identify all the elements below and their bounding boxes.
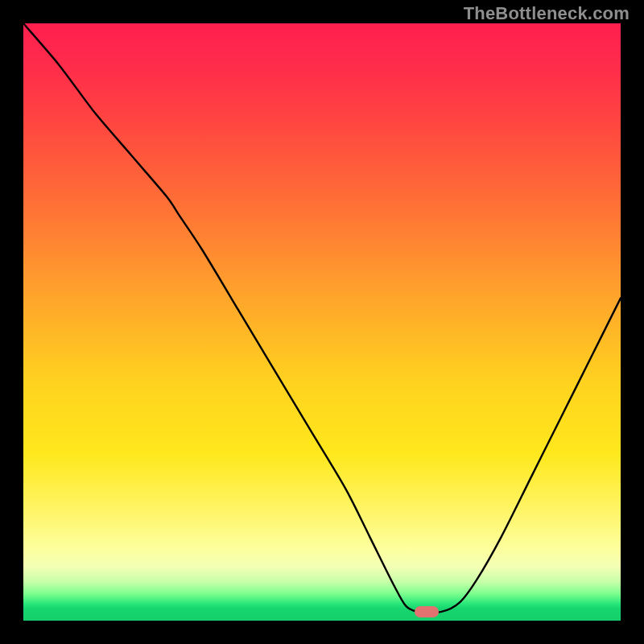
plot-area <box>23 23 621 621</box>
watermark-text: TheBottleneck.com <box>464 3 630 24</box>
bottleneck-curve-path <box>23 23 621 613</box>
optimum-marker <box>415 606 439 617</box>
curve-svg <box>23 23 621 621</box>
chart-frame: TheBottleneck.com <box>0 0 644 644</box>
